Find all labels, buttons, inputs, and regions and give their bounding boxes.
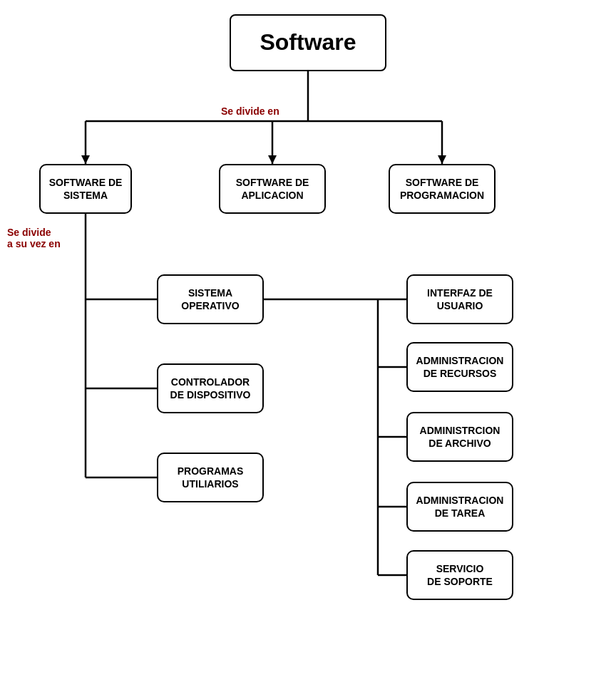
box-programacion: SOFTWARE DEPROGRAMACION [389,164,496,214]
svg-marker-7 [438,155,446,164]
connectors-svg [0,0,616,682]
box-admin-archivo: ADMINISTRCIONDE ARCHIVO [406,412,513,462]
box-admin-recursos: ADMINISTRACIONDE RECURSOS [406,342,513,392]
box-servicio: SERVICIODE SOPORTE [406,550,513,600]
box-operativo: SISTEMAOPERATIVO [157,274,264,324]
box-software: Software [230,14,386,71]
servicio-label: SERVICIODE SOPORTE [427,562,493,588]
aplicacion-label: SOFTWARE DEAPLICACION [236,176,309,202]
admin-recursos-label: ADMINISTRACIONDE RECURSOS [416,354,504,380]
label-divide-vez: Se dividea su vez en [7,227,61,249]
box-interfaz: INTERFAZ DEUSUARIO [406,274,513,324]
sistema-label: SOFTWARE DESISTEMA [49,176,123,202]
label-divide-en: Se divide en [221,105,279,117]
box-controlador: CONTROLADORDE DISPOSITIVO [157,363,264,413]
software-label: Software [260,28,356,58]
admin-archivo-label: ADMINISTRCIONDE ARCHIVO [420,424,500,450]
box-sistema: SOFTWARE DESISTEMA [39,164,132,214]
controlador-label: CONTROLADORDE DISPOSITIVO [170,376,251,401]
box-utiliarios: PROGRAMASUTILIARIOS [157,453,264,502]
programacion-label: SOFTWARE DEPROGRAMACION [400,176,484,202]
box-admin-tarea: ADMINISTRACIONDE TAREA [406,482,513,532]
diagram-container: Software Se divide en SOFTWARE DESISTEMA… [0,0,616,682]
utiliarios-label: PROGRAMASUTILIARIOS [178,465,244,490]
svg-marker-3 [81,155,90,164]
svg-marker-5 [268,155,277,164]
box-aplicacion: SOFTWARE DEAPLICACION [219,164,326,214]
admin-tarea-label: ADMINISTRACIONDE TAREA [416,494,504,520]
interfaz-label: INTERFAZ DEUSUARIO [427,286,493,312]
operativo-label: SISTEMAOPERATIVO [181,286,239,312]
